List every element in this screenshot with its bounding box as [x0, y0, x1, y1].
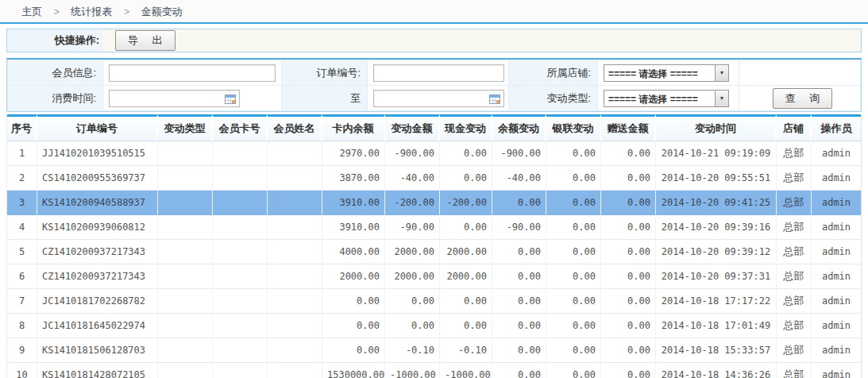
- table-row[interactable]: 2CS14102009553697373870.00-40.000.00-40.…: [7, 166, 861, 191]
- consume-time-to-input[interactable]: [373, 90, 504, 107]
- member-name-cell: [268, 166, 322, 191]
- balance-change-cell: -40.00: [492, 166, 546, 191]
- breadcrumb-current: 金额变动: [141, 6, 183, 17]
- table-row[interactable]: 9KS14101815061287030.00-0.10-0.100.000.0…: [7, 338, 861, 363]
- change-type-select[interactable]: ===== 请选择 ===== ▼: [604, 90, 729, 107]
- order-no-cell: KS1410200939060812: [37, 215, 158, 240]
- order-no-cell: KS1410200940588937: [37, 191, 158, 215]
- breadcrumb-home[interactable]: 主页: [21, 6, 42, 17]
- cash-change-cell: 0.00: [440, 166, 492, 191]
- table-row[interactable]: 5CZ14102009372173434000.002000.002000.00…: [7, 240, 861, 264]
- unionpay-change-cell: 0.00: [546, 289, 601, 314]
- operator-cell: admin: [812, 289, 861, 314]
- table-row[interactable]: 6CZ14102009372173432000.002000.002000.00…: [7, 264, 861, 289]
- balance-change-cell: 0.00: [492, 363, 546, 378]
- table-row[interactable]: 4KS14102009390608123910.00-90.000.00-90.…: [7, 215, 861, 240]
- balance-change-cell: 0.00: [492, 240, 546, 264]
- shop-cell: 总部: [777, 240, 812, 264]
- change-time-cell: 2014-10-20 09:41:25: [656, 191, 777, 215]
- col-header-member-name: 会员姓名: [268, 114, 322, 141]
- filter-panel: 会员信息: 订单编号: 所属店铺: ===== 请选择 ===== ▼ 消费时间…: [6, 58, 862, 112]
- operator-cell: admin: [812, 166, 861, 191]
- gift-amount-cell: 0.00: [601, 240, 656, 264]
- chevron-down-icon: ▼: [715, 91, 728, 106]
- quick-actions-bar: 快捷操作: 导 出: [6, 29, 862, 52]
- change-amount-cell: 2000.00: [385, 264, 440, 289]
- member-name-cell: [268, 264, 322, 289]
- table-row-selected[interactable]: 3KS14102009405889373910.00-200.00-200.00…: [7, 191, 861, 215]
- shop-cell: 总部: [777, 215, 812, 240]
- change-amount-cell: 0.00: [385, 314, 440, 338]
- shop-cell: 总部: [777, 141, 812, 166]
- change-type-select-value: ===== 请选择 =====: [604, 91, 715, 106]
- chevron-down-icon: ▼: [715, 65, 728, 81]
- date-to-label: 至: [282, 86, 368, 111]
- change-amount-cell: 0.00: [385, 289, 440, 314]
- member-name-cell: [268, 289, 322, 314]
- table-row[interactable]: 1JJ14102010395105152970.00-900.000.00-90…: [7, 141, 861, 166]
- calendar-icon[interactable]: [225, 94, 236, 104]
- card-balance-cell: 0.00: [322, 314, 385, 338]
- change-type-cell: [158, 363, 213, 378]
- member-name-cell: [268, 191, 322, 215]
- unionpay-change-cell: 0.00: [546, 141, 601, 166]
- order-no-cell: CZ1410200937217343: [37, 240, 158, 264]
- consume-time-label: 消费时间:: [8, 86, 103, 111]
- balance-change-cell: 0.00: [492, 289, 546, 314]
- member-info-input[interactable]: [109, 64, 276, 82]
- consume-time-from-input[interactable]: [109, 90, 240, 107]
- change-type-cell: [158, 215, 213, 240]
- cash-change-cell: -1000.00: [440, 363, 492, 378]
- gift-amount-cell: 0.00: [601, 363, 656, 378]
- member-card-cell: [213, 289, 268, 314]
- seq-cell: 1: [7, 141, 37, 166]
- card-balance-cell: 2970.00: [322, 141, 385, 166]
- gift-amount-cell: 0.00: [601, 191, 656, 215]
- order-no-cell: CZ1410200937217343: [37, 264, 158, 289]
- table-row[interactable]: 8JC14101816450229740.000.000.000.000.000…: [7, 314, 861, 338]
- unionpay-change-cell: 0.00: [546, 240, 601, 264]
- unionpay-change-cell: 0.00: [546, 314, 601, 338]
- balance-change-cell: 0.00: [492, 338, 546, 363]
- unionpay-change-cell: 0.00: [546, 166, 601, 191]
- change-amount-cell: -90.00: [385, 215, 440, 240]
- records-table: 序号 订单编号 变动类型 会员卡号 会员姓名 卡内余额 变动金额 现金变动 余额…: [6, 114, 862, 378]
- calendar-icon[interactable]: [489, 94, 500, 104]
- table-row[interactable]: 10KS14101814280721051530000.00-1000.00-1…: [7, 363, 861, 378]
- col-header-operator: 操作员: [812, 114, 861, 141]
- operator-cell: admin: [812, 191, 861, 215]
- gift-amount-cell: 0.00: [601, 289, 656, 314]
- change-time-cell: 2014-10-20 09:55:51: [656, 166, 777, 191]
- order-no-input[interactable]: [373, 64, 504, 82]
- seq-cell: 10: [7, 363, 37, 378]
- export-button[interactable]: 导 出: [115, 30, 176, 51]
- shop-cell: 总部: [777, 314, 812, 338]
- col-header-change-amount: 变动金额: [385, 114, 440, 141]
- member-name-cell: [268, 141, 322, 166]
- member-card-cell: [213, 314, 268, 338]
- col-header-shop: 店铺: [777, 114, 812, 141]
- records-table-body: 1JJ14102010395105152970.00-900.000.00-90…: [7, 141, 861, 378]
- change-type-cell: [158, 264, 213, 289]
- gift-amount-cell: 0.00: [601, 141, 656, 166]
- operator-cell: admin: [812, 240, 861, 264]
- change-amount-cell: 2000.00: [385, 240, 440, 264]
- breadcrumb-separator: >: [124, 6, 129, 17]
- member-name-cell: [268, 338, 322, 363]
- breadcrumb-reports[interactable]: 统计报表: [71, 6, 112, 17]
- member-card-cell: [213, 363, 268, 378]
- gift-amount-cell: 0.00: [601, 338, 656, 363]
- cash-change-cell: 0.00: [440, 289, 492, 314]
- col-header-change-time: 变动时间: [656, 114, 777, 141]
- shop-select[interactable]: ===== 请选择 ===== ▼: [604, 64, 729, 82]
- cash-change-cell: -200.00: [440, 191, 492, 215]
- breadcrumb: 主页 > 统计报表 > 金额变动: [0, 0, 868, 24]
- change-time-cell: 2014-10-20 09:39:12: [656, 240, 777, 264]
- search-button[interactable]: 查 询: [773, 88, 833, 109]
- table-row[interactable]: 7JC14101817022687820.000.000.000.000.000…: [7, 289, 861, 314]
- member-info-label: 会员信息:: [8, 60, 103, 86]
- operator-cell: admin: [812, 141, 861, 166]
- seq-cell: 3: [7, 191, 37, 215]
- seq-cell: 6: [7, 264, 37, 289]
- unionpay-change-cell: 0.00: [546, 363, 601, 378]
